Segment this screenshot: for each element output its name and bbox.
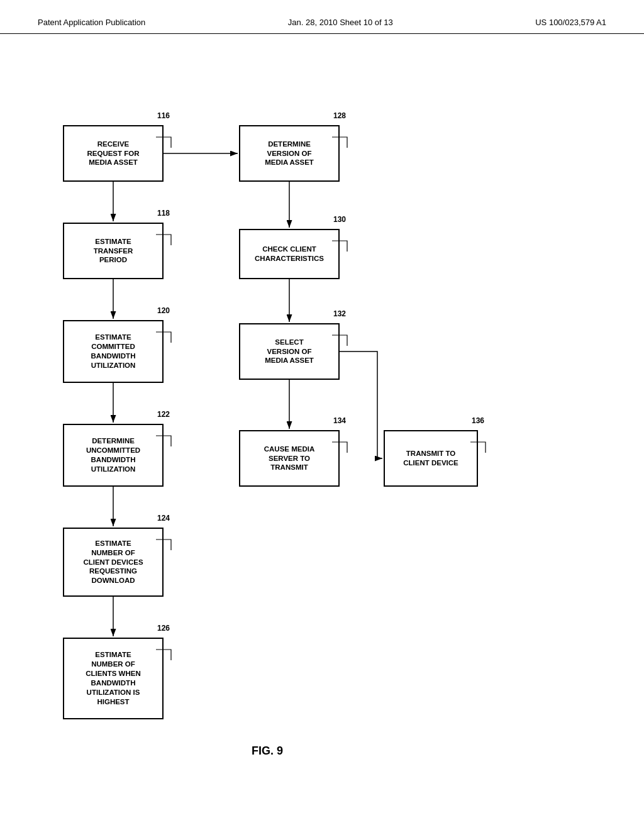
box120-ref-label: 120 bbox=[157, 306, 170, 315]
box128-text: DETERMINE VERSION OF MEDIA ASSET bbox=[265, 140, 314, 168]
box134: CAUSE MEDIA SERVER TO TRANSMIT bbox=[239, 430, 340, 487]
box126: ESTIMATE NUMBER OF CLIENTS WHEN BANDWIDT… bbox=[63, 638, 164, 719]
box136-text: TRANSMIT TO CLIENT DEVICE bbox=[403, 449, 458, 468]
box126-text: ESTIMATE NUMBER OF CLIENTS WHEN BANDWIDT… bbox=[86, 650, 141, 707]
box116-ref-label: 116 bbox=[157, 111, 170, 120]
box126-ref-label: 126 bbox=[157, 624, 170, 633]
box120: ESTIMATE COMMITTED BANDWIDTH UTILIZATION bbox=[63, 320, 164, 383]
box122-ref-label: 122 bbox=[157, 410, 170, 419]
box128-ref-label: 128 bbox=[333, 111, 346, 120]
fig-label: FIG. 9 bbox=[252, 744, 283, 758]
box120-text: ESTIMATE COMMITTED BANDWIDTH UTILIZATION bbox=[91, 333, 136, 370]
box134-ref-label: 134 bbox=[333, 416, 346, 425]
box116-text: RECEIVE REQUEST FOR MEDIA ASSET bbox=[87, 140, 139, 168]
box136-ref-label: 136 bbox=[472, 416, 484, 425]
box132: SELECT VERSION OF MEDIA ASSET bbox=[239, 323, 340, 380]
box118-text: ESTIMATE TRANSFER PERIOD bbox=[94, 237, 133, 265]
page-header: Patent Application Publication Jan. 28, … bbox=[0, 0, 644, 34]
header-right: US 100/023,579 A1 bbox=[535, 18, 606, 27]
header-center: Jan. 28, 2010 Sheet 10 of 13 bbox=[288, 18, 393, 27]
box118: ESTIMATE TRANSFER PERIOD bbox=[63, 223, 164, 279]
box124: ESTIMATE NUMBER OF CLIENT DEVICES REQUES… bbox=[63, 528, 164, 597]
header-left: Patent Application Publication bbox=[38, 18, 145, 27]
box124-ref-label: 124 bbox=[157, 514, 170, 523]
box118-ref-label: 118 bbox=[157, 209, 170, 218]
box116: RECEIVE REQUEST FOR MEDIA ASSET bbox=[63, 125, 164, 182]
box130-ref-label: 130 bbox=[333, 215, 346, 224]
box128: DETERMINE VERSION OF MEDIA ASSET bbox=[239, 125, 340, 182]
diagram-area: RECEIVE REQUEST FOR MEDIA ASSETESTIMATE … bbox=[0, 34, 644, 807]
box130: CHECK CLIENT CHARACTERISTICS bbox=[239, 229, 340, 279]
box122: DETERMINE UNCOMMITTED BANDWIDTH UTILIZAT… bbox=[63, 424, 164, 487]
box130-text: CHECK CLIENT CHARACTERISTICS bbox=[255, 245, 324, 263]
box134-text: CAUSE MEDIA SERVER TO TRANSMIT bbox=[264, 445, 315, 473]
box124-text: ESTIMATE NUMBER OF CLIENT DEVICES REQUES… bbox=[83, 539, 143, 586]
box122-text: DETERMINE UNCOMMITTED BANDWIDTH UTILIZAT… bbox=[86, 436, 140, 474]
box132-text: SELECT VERSION OF MEDIA ASSET bbox=[265, 338, 314, 366]
box132-ref-label: 132 bbox=[333, 309, 346, 318]
box136: TRANSMIT TO CLIENT DEVICE bbox=[384, 430, 478, 487]
